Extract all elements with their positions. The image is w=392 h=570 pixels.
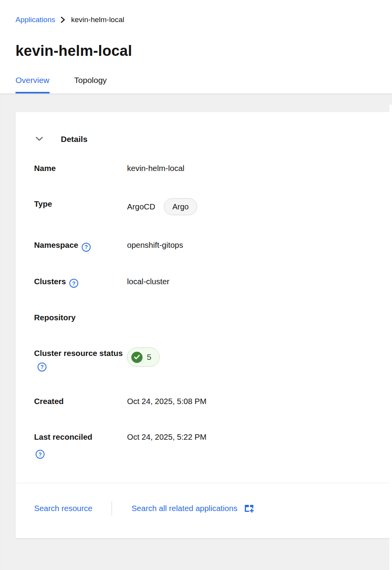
breadcrumb: Applications kevin-helm-local — [15, 16, 377, 24]
footer-divider — [112, 501, 112, 516]
field-value-type: ArgoCD Argo — [127, 198, 373, 215]
field-label: Namespace — [34, 240, 78, 249]
field-value-created: Oct 24, 2025, 5:08 PM — [127, 396, 373, 407]
breadcrumb-current-item: kevin-helm-local — [71, 16, 124, 24]
search-resource-link[interactable]: Search resource — [34, 504, 92, 513]
field-row-type: Type ArgoCD Argo — [34, 198, 373, 215]
field-row-cluster-resource-status: Cluster resource status 5 — [34, 347, 373, 371]
check-circle-icon — [131, 352, 143, 363]
details-field-list: Name kevin-helm-local Type ArgoCD Argo N… — [15, 162, 392, 459]
cluster-resource-status-badge[interactable]: 5 — [127, 347, 160, 367]
page-header: Applications kevin-helm-local kevin-helm… — [0, 0, 392, 93]
search-related-applications-label: Search all related applications — [131, 504, 237, 513]
argo-badge: Argo — [164, 198, 197, 215]
field-value-last-reconciled: Oct 24, 2025, 5:22 PM — [127, 431, 373, 459]
tab-overview[interactable]: Overview — [15, 76, 50, 93]
field-value-cluster-resource-status: 5 — [127, 347, 373, 371]
tab-topology[interactable]: Topology — [74, 76, 107, 93]
field-label: Clusters — [34, 277, 66, 286]
help-icon[interactable] — [82, 243, 91, 252]
field-value-name: kevin-helm-local — [127, 162, 373, 174]
help-icon[interactable] — [38, 363, 46, 371]
help-icon[interactable] — [69, 279, 78, 288]
field-label: Last reconciled — [34, 432, 92, 441]
window-plus-icon — [244, 503, 254, 513]
field-label: Created — [34, 397, 64, 406]
breadcrumb-link-applications[interactable]: Applications — [15, 16, 55, 24]
tab-bar: Overview Topology — [15, 76, 377, 93]
field-row-name: Name kevin-helm-local — [34, 162, 373, 174]
status-count: 5 — [147, 351, 151, 363]
type-text: ArgoCD — [127, 201, 155, 212]
section-collapse-toggle[interactable] — [35, 136, 44, 143]
section-title: Details — [61, 135, 88, 144]
details-card-footer: Search resource Search all related appli… — [15, 483, 392, 538]
details-card-header: Details — [15, 135, 392, 144]
field-label: Type — [34, 199, 52, 208]
field-row-namespace: Namespace openshift-gitops — [34, 239, 373, 252]
scrollbar-track[interactable] — [389, 105, 392, 570]
field-label: Cluster resource status — [34, 349, 123, 358]
angle-right-icon — [60, 16, 65, 23]
field-row-repository: Repository — [34, 312, 373, 323]
field-label: Name — [34, 164, 56, 173]
field-row-last-reconciled: Last reconciled Oct 24, 2025, 5:22 PM — [34, 431, 373, 459]
field-row-clusters: Clusters local-cluster — [34, 276, 373, 288]
field-value-namespace: openshift-gitops — [127, 239, 373, 252]
field-value-repository — [127, 312, 373, 323]
help-icon[interactable] — [36, 450, 45, 459]
application-details-page: Applications kevin-helm-local kevin-helm… — [0, 0, 392, 570]
field-value-clusters: local-cluster — [127, 276, 373, 288]
details-card: Details Name kevin-helm-local Type ArgoC… — [15, 112, 392, 538]
search-related-applications-link[interactable]: Search all related applications — [131, 503, 254, 513]
chevron-down-icon — [36, 136, 43, 142]
field-row-created: Created Oct 24, 2025, 5:08 PM — [34, 396, 373, 407]
field-label: Repository — [34, 313, 76, 322]
content-area: Details Name kevin-helm-local Type ArgoC… — [0, 93, 392, 570]
page-title: kevin-helm-local — [15, 43, 377, 59]
